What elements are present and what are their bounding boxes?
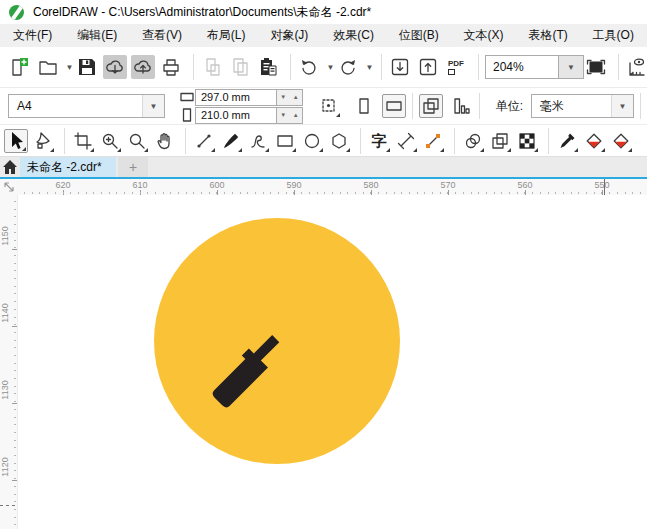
propbar-separator	[640, 93, 641, 119]
horizontal-ruler[interactable]: 620610600590580570560550	[18, 179, 647, 195]
pick-tool[interactable]	[4, 129, 28, 153]
artistic-media-tool[interactable]	[219, 129, 243, 153]
full-screen-preview-icon	[585, 56, 607, 78]
drop-shadow-tool[interactable]	[461, 129, 485, 153]
dimension-tool[interactable]	[394, 129, 418, 153]
smart-fill-tool-icon	[611, 131, 631, 151]
polygon-tool-icon	[329, 131, 349, 151]
cloud-save-button[interactable]	[131, 55, 155, 79]
page-size-preset-value: A4	[9, 99, 142, 113]
v-ruler-cursor-marker	[0, 505, 18, 506]
redo-dropdown-caret[interactable]: ▼	[364, 55, 375, 79]
ellipse-tool[interactable]	[300, 129, 324, 153]
menu-layout[interactable]: 布局(L)	[207, 27, 246, 44]
redo-button[interactable]	[336, 55, 360, 79]
menu-text[interactable]: 文本(X)	[464, 27, 504, 44]
export-button[interactable]	[416, 55, 440, 79]
page-width-icon	[179, 91, 195, 103]
b-spline-tool-icon	[248, 131, 268, 151]
new-document-icon	[9, 56, 31, 78]
cloud-open-button[interactable]	[103, 55, 127, 79]
document-tab-label: 未命名 -2.cdr*	[27, 159, 102, 176]
export-icon	[417, 56, 439, 78]
nudge-offset-button[interactable]	[317, 94, 341, 118]
all-pages-button[interactable]	[419, 94, 443, 118]
menu-edit[interactable]: 编辑(E)	[77, 27, 117, 44]
new-tab-plus-icon: +	[129, 159, 137, 175]
new-document-button[interactable]	[8, 55, 32, 79]
freehand-tool[interactable]	[192, 129, 216, 153]
zoom-in-tool[interactable]	[98, 129, 122, 153]
artistic-media-tool-icon	[221, 131, 241, 151]
menu-tools[interactable]: 工具(O)	[593, 27, 634, 44]
portrait-orientation-button[interactable]	[352, 94, 376, 118]
import-button[interactable]	[388, 55, 412, 79]
document-tab-active[interactable]: 未命名 -2.cdr*	[20, 157, 116, 177]
zoom-level-value[interactable]: 204%	[485, 55, 559, 79]
current-page-button[interactable]	[449, 94, 473, 118]
undo-button[interactable]	[297, 55, 321, 79]
menu-object[interactable]: 对象(J)	[270, 27, 308, 44]
pan-tool-icon	[154, 131, 174, 151]
nudge-offset-icon	[319, 96, 339, 116]
h-ruler-label: 560	[501, 180, 549, 190]
crop-tool[interactable]	[71, 129, 95, 153]
pan-tool[interactable]	[152, 129, 176, 153]
dimension-tool-icon	[396, 131, 416, 151]
undo-dropdown-caret[interactable]: ▼	[325, 55, 336, 79]
cloud-upload-icon	[132, 56, 154, 78]
b-spline-tool[interactable]	[246, 129, 270, 153]
save-icon	[76, 56, 98, 78]
rectangle-tool[interactable]	[273, 129, 297, 153]
menu-table[interactable]: 表格(T)	[528, 27, 567, 44]
page-height-input[interactable]: 210.0 mm	[195, 107, 277, 124]
propbar-separator	[479, 93, 480, 119]
shape-tool[interactable]	[31, 129, 55, 153]
new-tab-button[interactable]: +	[118, 157, 148, 177]
landscape-icon	[384, 96, 404, 116]
connector-tool[interactable]	[421, 129, 445, 153]
toolbox-separator	[185, 128, 186, 154]
welcome-home-button[interactable]	[0, 157, 20, 177]
full-screen-preview-button[interactable]	[584, 55, 608, 79]
page-width-spinner[interactable]: ▼▲	[277, 89, 303, 106]
menu-file[interactable]: 文件(F)	[13, 27, 52, 44]
freehand-tool-icon	[194, 131, 214, 151]
polygon-tool[interactable]	[327, 129, 351, 153]
paste-button[interactable]	[256, 55, 280, 79]
open-button[interactable]	[36, 55, 60, 79]
drawing-area[interactable]	[18, 195, 647, 529]
pattern-fill-tool[interactable]	[515, 129, 539, 153]
copy-icon	[229, 56, 251, 78]
ruler-origin-corner[interactable]	[0, 179, 18, 195]
transparency-tool[interactable]	[488, 129, 512, 153]
open-dropdown-caret[interactable]: ▼	[64, 55, 75, 79]
landscape-orientation-button[interactable]	[382, 94, 406, 118]
zoom-tool[interactable]	[125, 129, 149, 153]
print-button[interactable]	[159, 55, 183, 79]
toolbox-separator	[548, 128, 549, 154]
page-height-spinner[interactable]: ▼▲	[277, 107, 303, 124]
menu-view[interactable]: 查看(V)	[142, 27, 182, 44]
page-size-dropdown-caret[interactable]: ▼	[142, 95, 164, 117]
units-dropdown-caret[interactable]: ▼	[611, 95, 633, 117]
vertical-ruler[interactable]: 1150114011301120	[0, 195, 18, 529]
smart-fill-tool[interactable]	[609, 129, 633, 153]
page-width-input[interactable]: 297.0 mm	[195, 89, 277, 106]
menu-bitmaps[interactable]: 位图(B)	[399, 27, 439, 44]
v-ruler-label: 1120	[0, 443, 10, 491]
text-tool[interactable]: 字	[367, 129, 391, 153]
zoom-level-dropdown-caret[interactable]: ▼	[559, 55, 584, 79]
eyedropper-tool[interactable]	[555, 129, 579, 153]
toolbox-separator	[454, 128, 455, 154]
drawing-canvas[interactable]	[18, 195, 647, 529]
units-select[interactable]: 毫米 ▼	[531, 94, 634, 118]
interactive-fill-tool[interactable]	[582, 129, 606, 153]
save-button[interactable]	[75, 55, 99, 79]
publish-pdf-button[interactable]: PDF	[444, 55, 468, 79]
document-tab-bar: 未命名 -2.cdr* +	[0, 157, 647, 177]
page-size-preset-select[interactable]: A4 ▼	[8, 94, 165, 118]
menu-effects[interactable]: 效果(C)	[333, 27, 374, 44]
show-rulers-button[interactable]	[625, 55, 647, 79]
zoom-level-combo[interactable]: 204% ▼	[485, 55, 584, 79]
